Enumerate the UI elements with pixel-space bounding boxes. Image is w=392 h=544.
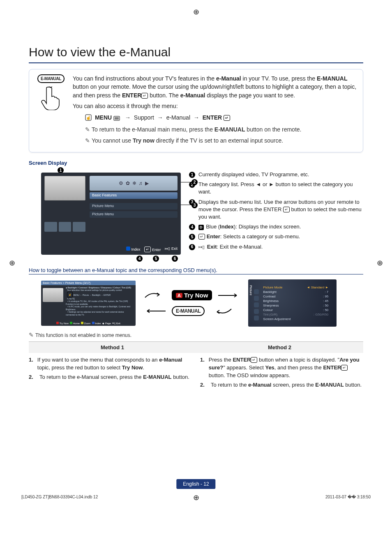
enter-icon: ↵ [251, 357, 257, 363]
osd-row: Picture Mode◄ Standard ► [261, 285, 334, 290]
submenu-2: Picture Menu [90, 211, 178, 218]
d-button-icon: D [198, 225, 204, 230]
callout-3: 3 [191, 202, 198, 208]
method2-header: Method 2 [196, 341, 363, 353]
osd-row: Colour: 50 [261, 308, 334, 312]
legend-list: 1Currently displayed video, TV Programme… [189, 171, 363, 255]
cat-icon: ❄ [132, 180, 136, 186]
note-1: ✎To return to the e-Manual main menu, pr… [85, 125, 357, 134]
legend-item-5: 5↵ Enter: Selects a category or sub-menu… [189, 233, 363, 240]
osd-side-icons [254, 289, 259, 320]
video-thumb [44, 176, 85, 201]
print-footer: [LD450-ZG ZT]BN68-03394C-L04.indb 12 201… [21, 495, 371, 499]
emanual-press-graphic: E-MANUAL [35, 74, 67, 111]
callout-5: 5 [153, 256, 159, 262]
osd-row: Contrast: 95 [261, 294, 334, 299]
side-thumbs [44, 222, 85, 232]
hand-icon [41, 85, 61, 110]
between-arrows: ATry Now E-MANUAL [143, 290, 241, 316]
arrow-left [143, 307, 168, 315]
method1-header: Method 1 [29, 341, 196, 353]
callout-2: 2 [191, 179, 198, 185]
intro-p2: You can also access it through the menu: [73, 102, 357, 110]
enter-icon: ↵ [341, 365, 348, 371]
toggle-heading: How to toggle between an e-Manual topic … [29, 267, 363, 274]
cat-icon: ♬ [139, 180, 143, 186]
emanual-screen-mock: ⚙ ✿ ❄ ♬ ▶ Basic Features Picture Menu Pi… [41, 173, 181, 255]
screen-display-heading: Screen Display [29, 160, 363, 166]
arrow-curve-right [143, 291, 168, 300]
emanual-button-icon: E-MANUAL [37, 74, 65, 83]
cat-icon: ✿ [126, 180, 130, 186]
note-3: ✎This function is not enabled in some me… [29, 332, 363, 338]
method-bodies: 1.If you want to use the menu that corre… [29, 356, 363, 389]
d-button-icon [126, 247, 130, 251]
note-icon: ✎ [29, 332, 34, 338]
arrow-right [216, 291, 241, 300]
enter-icon: ↵ [224, 115, 230, 121]
osd-row: Sharpness: 50 [261, 303, 334, 308]
try-now-pill: ATry Now [172, 290, 212, 300]
cat-icon: ⚙ [119, 180, 123, 186]
exit-icon: ↦▯ [198, 244, 205, 249]
footer-filename: [LD450-ZG ZT]BN68-03394C-L04.indb 12 [21, 495, 98, 499]
legend-item-6: 6↦▯ Exit: Exit the e-Manual. [189, 243, 363, 251]
osd-row: Tint (G/R): G50/R50 [261, 312, 334, 317]
page-number: English - 12 [176, 479, 215, 489]
legend-item-4: 4D Blue (Index): Displays the index scre… [189, 223, 363, 231]
osd-row: Brightness: 45 [261, 299, 334, 303]
method2-body: 1.Press the ENTER↵ button when a topic i… [200, 356, 363, 389]
arrow-curve-left [209, 307, 233, 315]
enter-icon: ↵ [144, 247, 151, 252]
footer-buttons: Index ↵ Enter ↦▯ Exit [126, 247, 178, 252]
method-headers: Method 1 Method 2 [29, 341, 363, 353]
exit-icon: ↦▯ [165, 247, 170, 251]
menu-icon [113, 115, 120, 123]
callout-4: 4 [136, 256, 143, 262]
enter-icon: ↵ [283, 207, 290, 212]
cat-icon: ▶ [145, 180, 149, 186]
submenu-1: Picture Menu [90, 203, 178, 210]
page-title: How to view the e-Manual [29, 45, 363, 59]
title-rule [29, 62, 363, 63]
callout-6: 6 [172, 256, 178, 262]
callout-line [181, 182, 191, 182]
note-2: ✎You cannot use Try now directly if the … [85, 136, 357, 145]
method1-body: 1.If you want to use the menu that corre… [29, 356, 192, 389]
legend-item-3: 3Displays the sub-menu list. Use the arr… [189, 198, 363, 221]
category-row: ⚙ ✿ ❄ ♬ ▶ [90, 176, 178, 191]
category-label: Basic Features [90, 192, 178, 199]
svg-text:☝: ☝ [86, 115, 91, 120]
intro-text: You can find instructions about your TV'… [73, 74, 357, 147]
note-icon: ✎ [85, 126, 90, 133]
emanual-topic-shot: Basic Features > Picture Menu (3/17) ■ B… [41, 281, 136, 326]
osd-content: Picture Mode◄ Standard ► Backlight: 7 Co… [261, 285, 334, 321]
finger-icon: ☝ [85, 114, 92, 123]
note-icon: ✎ [85, 137, 90, 144]
intro-p1: You can find instructions about your TV'… [73, 74, 357, 99]
menu-path: ☝ MENU → Support → e-Manual → ENTER ↵ [85, 113, 357, 123]
toggle-graphics: Basic Features > Picture Menu (3/17) ■ B… [29, 279, 363, 327]
page-frame: How to view the e-Manual E-MANUAL You ca… [0, 8, 392, 518]
enter-icon: ↵ [198, 234, 205, 240]
osd-panel: Picture Picture Mode◄ Standard ► Backlig… [248, 279, 337, 327]
screen-display-row: 1 ⚙ ✿ ❄ ♬ ▶ Basic Features Picture Menu … [29, 168, 363, 255]
legend-item-2: 2The category list. Press ◄ or ► button … [189, 181, 363, 196]
osd-row: Screen Adjustment [261, 317, 334, 321]
osd-row: Backlight: 7 [261, 290, 334, 294]
footer-timestamp: 2011-03-07 �� 3:18:50 [325, 495, 371, 499]
enter-icon: ↵ [141, 93, 148, 99]
legend-item-1: 1Currently displayed video, TV Programme… [189, 171, 363, 178]
callout-line [181, 205, 191, 205]
emanual-pill: E-MANUAL [172, 306, 205, 316]
intro-box: E-MANUAL You can find instructions about… [29, 69, 363, 152]
